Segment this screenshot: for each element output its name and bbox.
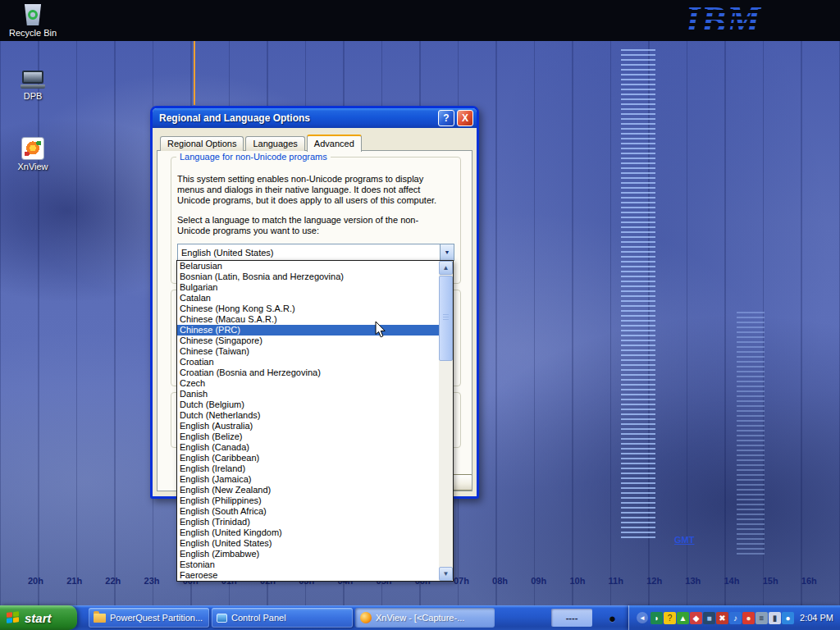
- tray-icon[interactable]: ●: [782, 612, 794, 624]
- close-button[interactable]: X: [457, 110, 473, 126]
- language-option[interactable]: Estonian: [177, 559, 439, 570]
- tab-strip: Regional Options Languages Advanced: [160, 134, 363, 151]
- language-option[interactable]: English (Canada): [177, 442, 439, 453]
- timezone-label: 12h: [646, 576, 662, 586]
- task-button-xnview[interactable]: XnView - [<Capture-...: [355, 608, 495, 628]
- language-option[interactable]: Croatian (Bosnia and Herzegovina): [177, 368, 439, 378]
- description-text-2: Select a language to match the language …: [177, 215, 451, 236]
- combobox-value: English (United States): [178, 248, 440, 258]
- timezone-label: 09h: [531, 576, 546, 586]
- clock[interactable]: 2:04 PM: [800, 613, 833, 623]
- description-text-1: This system setting enables non-Unicode …: [177, 174, 451, 206]
- timezone-label: 10h: [569, 576, 585, 586]
- task-button-control-panel[interactable]: Control Panel: [212, 608, 353, 628]
- language-option[interactable]: English (United States): [177, 538, 439, 549]
- desktop: GMT 20h21h22h23h00h01h02h03h04h05h06h07h…: [0, 0, 840, 630]
- language-option[interactable]: English (Australia): [177, 421, 439, 431]
- control-panel-icon: [217, 614, 227, 623]
- language-option[interactable]: Bosnian (Latin, Bosnia and Herzegovina): [177, 272, 439, 282]
- dialog-titlebar[interactable]: Regional and Language Options ? X: [153, 108, 477, 128]
- timezone-label: 14h: [724, 576, 739, 586]
- tab-advanced[interactable]: Advanced: [307, 135, 362, 152]
- language-option[interactable]: Dutch (Netherlands): [177, 410, 439, 421]
- dialog-title: Regional and Language Options: [159, 112, 436, 124]
- language-option[interactable]: English (New Zealand): [177, 485, 439, 495]
- scroll-up-icon[interactable]: ▲: [439, 261, 453, 275]
- group-box-title: Language for non-Unicode programs: [176, 152, 331, 162]
- xnview-task-icon: [360, 612, 372, 623]
- timezone-label: 07h: [454, 576, 469, 586]
- dropdown-scrollbar[interactable]: ▲ ▼: [439, 261, 453, 581]
- tray-icon[interactable]: ?: [664, 612, 676, 624]
- tray-icon[interactable]: ■: [703, 612, 715, 624]
- mini-task-button[interactable]: ----: [551, 609, 592, 627]
- language-combobox[interactable]: English (United States) ▼: [177, 244, 454, 261]
- tray-icons: ◗?▲◆■✖♪●≡▮●: [651, 612, 794, 624]
- folder-icon: [94, 614, 106, 623]
- scroll-down-icon[interactable]: ▼: [439, 567, 453, 581]
- language-option[interactable]: Bulgarian: [177, 282, 439, 293]
- language-option[interactable]: Chinese (Singapore): [177, 336, 439, 346]
- language-option[interactable]: English (South Africa): [177, 506, 439, 517]
- language-option[interactable]: Chinese (Macau S.A.R.): [177, 314, 439, 325]
- tray-icon[interactable]: ●: [742, 612, 755, 624]
- language-option[interactable]: English (Trinidad): [177, 517, 439, 527]
- task-button-powerquest[interactable]: PowerQuest Partition...: [89, 608, 209, 628]
- language-option[interactable]: English (Jamaica): [177, 474, 439, 485]
- language-option[interactable]: Czech: [177, 378, 439, 389]
- timezone-label: 13h: [685, 576, 701, 586]
- tray-icon[interactable]: ◗: [651, 612, 663, 624]
- language-option[interactable]: English (Zimbabwe): [177, 549, 439, 559]
- language-option[interactable]: English (Ireland): [177, 463, 439, 474]
- tray-icon[interactable]: ≡: [756, 612, 768, 624]
- language-option[interactable]: Chinese (PRC): [177, 325, 439, 336]
- tray-icon[interactable]: ✖: [716, 612, 728, 624]
- hatched-band: [621, 49, 655, 541]
- timezone-label: 20h: [28, 576, 43, 586]
- desktop-icon-xnview[interactable]: XnView: [1, 138, 65, 171]
- combobox-dropdown-arrow-icon[interactable]: ▼: [440, 244, 454, 260]
- language-option[interactable]: Chinese (Hong Kong S.A.R.): [177, 304, 439, 314]
- language-option[interactable]: English (United Kingdom): [177, 527, 439, 538]
- taskbar: start PowerQuest Partition... Control Pa…: [0, 605, 840, 630]
- system-tray: ◄ ◗?▲◆■✖♪●≡▮● 2:04 PM: [628, 605, 840, 630]
- timezone-label: 22h: [105, 576, 121, 586]
- start-button-label: start: [25, 611, 52, 625]
- desktop-icon-label: XnView: [1, 162, 65, 171]
- language-option[interactable]: Belarusian: [177, 261, 439, 272]
- tray-icon[interactable]: ▲: [677, 612, 689, 624]
- desktop-icon-dpb[interactable]: DPB: [1, 71, 65, 101]
- current-time-marker-line: [194, 41, 195, 105]
- desktop-icon-label: DPB: [1, 91, 65, 101]
- timezone-label: 23h: [144, 576, 160, 586]
- tray-icon[interactable]: ▮: [769, 612, 781, 624]
- tray-collapse-chevron-icon[interactable]: ◄: [637, 612, 648, 623]
- mouse-cursor: [375, 321, 389, 342]
- language-option[interactable]: Chinese (Taiwan): [177, 346, 439, 357]
- desktop-icon-label: Recycle Bin: [1, 28, 65, 38]
- language-list: BelarusianBosnian (Latin, Bosnia and Her…: [177, 261, 439, 581]
- tab-languages[interactable]: Languages: [245, 136, 304, 151]
- language-option[interactable]: Croatian: [177, 357, 439, 368]
- tab-regional-options[interactable]: Regional Options: [160, 136, 244, 151]
- language-option[interactable]: Catalan: [177, 293, 439, 304]
- recycle-bin-icon: [23, 4, 43, 25]
- language-option[interactable]: Dutch (Belgium): [177, 399, 439, 410]
- help-button[interactable]: ?: [438, 110, 454, 126]
- language-option[interactable]: Faeroese: [177, 570, 439, 581]
- gmt-label: GMT: [674, 535, 694, 545]
- language-option[interactable]: English (Caribbean): [177, 453, 439, 463]
- dark-app-icon[interactable]: ●: [596, 608, 628, 628]
- language-option[interactable]: English (Belize): [177, 431, 439, 442]
- desktop-icon-recycle-bin[interactable]: Recycle Bin: [1, 4, 65, 38]
- ibm-logo-stripes: [660, 0, 774, 41]
- windows-flag-icon: [7, 611, 20, 624]
- timezone-label: 08h: [492, 576, 508, 586]
- taskbar-tasks: PowerQuest Partition... Control Panel Xn…: [89, 608, 495, 628]
- language-option[interactable]: English (Philippines): [177, 495, 439, 506]
- tray-icon[interactable]: ♪: [729, 612, 742, 624]
- language-option[interactable]: Danish: [177, 389, 439, 399]
- scrollbar-thumb[interactable]: [439, 276, 453, 361]
- start-button[interactable]: start: [0, 605, 77, 630]
- tray-icon[interactable]: ◆: [690, 612, 702, 624]
